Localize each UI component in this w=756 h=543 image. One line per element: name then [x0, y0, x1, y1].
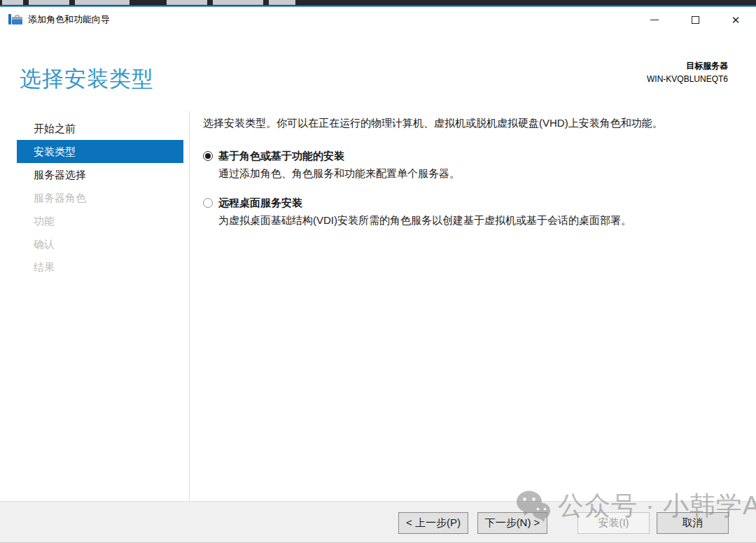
option-remote-desktop-install[interactable]: 远程桌面服务安装 为虚拟桌面基础结构(VDI)安装所需的角色服务以创建基于虚拟机… [203, 197, 742, 227]
sidebar-item-installation-type[interactable]: 安装类型 [17, 140, 183, 163]
close-icon: ✕ [732, 15, 741, 25]
footer-bar: < 上一步(P) 下一步(N) > 安装(I) 取消 [0, 501, 756, 542]
background-app-text-fragment [269, 0, 295, 5]
minimize-icon [650, 20, 659, 20]
page-title: 选择安装类型 [20, 64, 154, 94]
option-role-based-label[interactable]: 基于角色或基于功能的安装 [218, 150, 460, 162]
option-role-based-description: 通过添加角色、角色服务和功能来配置单个服务器。 [218, 167, 460, 180]
radio-selected-icon[interactable] [203, 151, 213, 161]
target-server-name: WIN-KVQBLUNEQT6 [647, 74, 728, 84]
screen: 添加角色和功能向导 ✕ 选择安装类型 目标服务器 WIN-KVQBLUNEQT6… [0, 0, 756, 543]
main-content: 选择安装类型。你可以在正在运行的物理计算机、虚拟机或脱机虚拟硬盘(VHD)上安装… [203, 112, 742, 500]
install-button: 安装(I) [578, 512, 650, 534]
option-text-block: 基于角色或基于功能的安装 通过添加角色、角色服务和功能来配置单个服务器。 [218, 150, 460, 180]
wizard-window: 添加角色和功能向导 ✕ 选择安装类型 目标服务器 WIN-KVQBLUNEQT6… [0, 6, 756, 543]
option-remote-desktop-label[interactable]: 远程桌面服务安装 [218, 197, 631, 209]
cancel-button[interactable]: 取消 [657, 512, 729, 534]
target-server-label: 目标服务器 [647, 60, 728, 72]
window-controls: ✕ [634, 7, 756, 32]
maximize-button[interactable] [675, 7, 715, 32]
sidebar-divider [189, 111, 190, 500]
sidebar-item-server-roles: 服务器角色 [17, 186, 183, 209]
sidebar-item-features: 功能 [17, 209, 183, 232]
option-role-based-install[interactable]: 基于角色或基于功能的安装 通过添加角色、角色服务和功能来配置单个服务器。 [203, 150, 742, 180]
wizard-toolbox-icon [8, 13, 22, 26]
sidebar-item-server-selection[interactable]: 服务器选择 [17, 163, 183, 186]
sidebar-item-before-you-begin[interactable]: 开始之前 [17, 117, 183, 140]
next-button[interactable]: 下一步(N) > [477, 512, 547, 534]
option-text-block: 远程桌面服务安装 为虚拟桌面基础结构(VDI)安装所需的角色服务以创建基于虚拟机… [218, 197, 631, 227]
maximize-icon [692, 16, 699, 24]
previous-button[interactable]: < 上一步(P) [398, 512, 468, 534]
background-app-text-fragment [213, 0, 263, 5]
wizard-steps-sidebar: 开始之前 安装类型 服务器选择 服务器角色 功能 确认 结果 [0, 111, 189, 500]
sidebar-item-results: 结果 [17, 255, 183, 278]
intro-text: 选择安装类型。你可以在正在运行的物理计算机、虚拟机或脱机虚拟硬盘(VHD)上安装… [203, 116, 742, 130]
background-app-text-fragment [167, 0, 207, 5]
background-app-text-fragment [29, 0, 69, 5]
background-window-fragment [0, 0, 756, 6]
option-remote-desktop-description: 为虚拟桌面基础结构(VDI)安装所需的角色服务以创建基于虚拟机或基于会话的桌面部… [218, 213, 631, 227]
sidebar-item-confirmation: 确认 [17, 232, 183, 255]
radio-unselected-icon[interactable] [203, 198, 213, 208]
close-button[interactable]: ✕ [715, 7, 756, 32]
background-app-text-fragment [2, 0, 23, 5]
title-bar: 添加角色和功能向导 ✕ [0, 7, 756, 32]
window-title: 添加角色和功能向导 [28, 13, 110, 26]
target-server-block: 目标服务器 WIN-KVQBLUNEQT6 [647, 60, 728, 84]
background-app-text-fragment [75, 0, 130, 5]
minimize-button[interactable] [634, 7, 675, 32]
